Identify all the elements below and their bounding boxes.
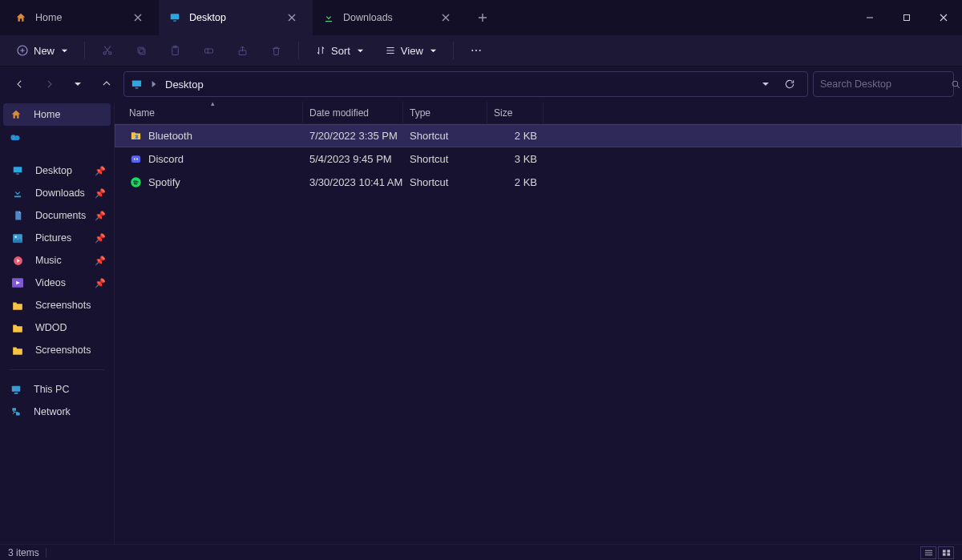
sidebar-item-label: Desktop (35, 165, 72, 176)
delete-button[interactable] (261, 38, 290, 62)
new-label: New (34, 45, 55, 57)
column-label: Name (129, 107, 155, 119)
spotify-icon (129, 176, 142, 189)
separator (298, 42, 299, 59)
pin-icon: 📌 (95, 188, 106, 199)
file-type: Shortcut (410, 176, 448, 188)
sidebar-item-documents[interactable]: Documents 📌 (3, 204, 111, 227)
view-button[interactable]: View (377, 38, 445, 62)
svg-rect-15 (132, 80, 141, 87)
share-button[interactable] (228, 38, 257, 62)
sidebar-item-music[interactable]: Music 📌 (3, 249, 111, 272)
tab-home[interactable]: Home (5, 0, 159, 35)
sidebar-item-this-pc[interactable]: › This PC (3, 378, 111, 401)
status-bar: 3 items (0, 544, 962, 560)
column-label: Type (410, 107, 430, 119)
sidebar-item-home[interactable]: Home (3, 103, 111, 126)
new-tab-button[interactable] (467, 0, 499, 35)
file-row[interactable]: Bluetooth 7/20/2022 3:35 PM Shortcut 2 K… (115, 124, 962, 147)
minimize-button[interactable] (851, 0, 888, 35)
new-button[interactable]: New (8, 38, 76, 62)
svg-point-30 (133, 159, 135, 160)
file-date: 7/20/2022 3:35 PM (309, 130, 398, 142)
breadcrumb-segment[interactable]: Desktop (165, 79, 204, 91)
refresh-button[interactable] (778, 73, 801, 95)
sidebar-item-label: Music (35, 255, 62, 266)
sidebar-item-network[interactable]: › Network (3, 401, 111, 423)
recent-locations-button[interactable] (66, 72, 90, 96)
file-row[interactable]: Discord 5/4/2023 9:45 PM Shortcut 3 KB (115, 147, 962, 171)
view-toggle-group (920, 546, 954, 559)
address-bar[interactable]: Desktop (123, 71, 808, 97)
search-icon (951, 79, 961, 90)
monitor-icon (168, 11, 181, 24)
search-input[interactable] (820, 79, 946, 90)
address-bar-controls (754, 73, 801, 95)
file-row[interactable]: Spotify 3/30/2023 10:41 AM Shortcut 2 KB (115, 171, 962, 194)
file-date: 3/30/2023 10:41 AM (309, 176, 402, 188)
separator (10, 369, 104, 370)
sidebar-item-folder[interactable]: Screenshots (3, 294, 111, 316)
copy-button[interactable] (127, 38, 156, 62)
pin-icon: 📌 (95, 211, 106, 221)
close-tab-icon[interactable] (281, 6, 303, 29)
column-headers: ▴ Name Date modified Type Size (115, 102, 962, 124)
search-box[interactable] (813, 71, 954, 97)
sidebar-item-folder[interactable]: WDOD (3, 316, 111, 339)
sidebar-item-onedrive[interactable]: › (3, 126, 111, 148)
sidebar-item-desktop[interactable]: Desktop 📌 (3, 159, 111, 182)
close-window-button[interactable] (925, 0, 962, 35)
paste-button[interactable] (160, 38, 189, 62)
sidebar-item-folder[interactable]: Screenshots (3, 339, 111, 361)
cut-button[interactable] (93, 38, 122, 62)
pin-icon: 📌 (95, 166, 106, 176)
folder-icon (11, 299, 24, 312)
discord-icon (129, 153, 142, 166)
svg-rect-18 (14, 167, 22, 172)
tab-downloads[interactable]: Downloads (313, 0, 467, 35)
maximize-button[interactable] (888, 0, 925, 35)
plus-circle-icon (16, 44, 29, 57)
sort-button[interactable]: Sort (307, 38, 372, 62)
column-header-date[interactable]: Date modified (303, 102, 403, 123)
sidebar-item-videos[interactable]: Videos 📌 (3, 272, 111, 294)
address-dropdown-button[interactable] (754, 73, 777, 95)
chevron-right-icon[interactable] (151, 80, 157, 88)
folder-icon (11, 321, 24, 334)
pin-icon: 📌 (95, 256, 106, 266)
view-label: View (401, 45, 423, 57)
file-name: Spotify (148, 176, 180, 188)
file-size: 3 KB (515, 153, 537, 165)
close-tab-icon[interactable] (435, 6, 457, 29)
tab-label: Home (35, 12, 119, 23)
column-header-type[interactable]: Type (403, 102, 487, 123)
pictures-icon (11, 232, 24, 244)
forward-button[interactable] (37, 72, 61, 96)
document-icon (11, 209, 24, 222)
thumbnails-view-toggle[interactable] (938, 546, 954, 559)
expand-icon[interactable]: › (8, 408, 19, 417)
back-button[interactable] (8, 72, 32, 96)
file-list-pane: ▴ Name Date modified Type Size Bluetooth… (114, 102, 962, 544)
column-header-size[interactable]: Size (487, 102, 544, 123)
sidebar-item-label: Home (34, 109, 60, 120)
sidebar-item-pictures[interactable]: Pictures 📌 (3, 227, 111, 249)
up-button[interactable] (95, 72, 119, 96)
column-label: Date modified (309, 107, 369, 119)
close-tab-icon[interactable] (127, 6, 149, 29)
navigation-row: Desktop (0, 66, 962, 102)
file-rows: Bluetooth 7/20/2022 3:35 PM Shortcut 2 K… (115, 124, 962, 544)
svg-rect-35 (942, 553, 945, 555)
sidebar-item-label: Pictures (35, 232, 71, 244)
sidebar-item-downloads[interactable]: Downloads 📌 (3, 182, 111, 204)
details-view-toggle[interactable] (920, 546, 936, 559)
svg-rect-7 (138, 47, 143, 53)
more-button[interactable] (462, 38, 491, 62)
expand-icon[interactable]: › (8, 133, 19, 142)
expand-icon[interactable]: › (8, 385, 19, 394)
tab-desktop[interactable]: Desktop (159, 0, 313, 35)
command-bar: New Sort View (0, 35, 962, 66)
column-header-name[interactable]: ▴ Name (123, 102, 303, 123)
rename-button[interactable] (194, 38, 223, 62)
folder-icon (11, 344, 24, 357)
